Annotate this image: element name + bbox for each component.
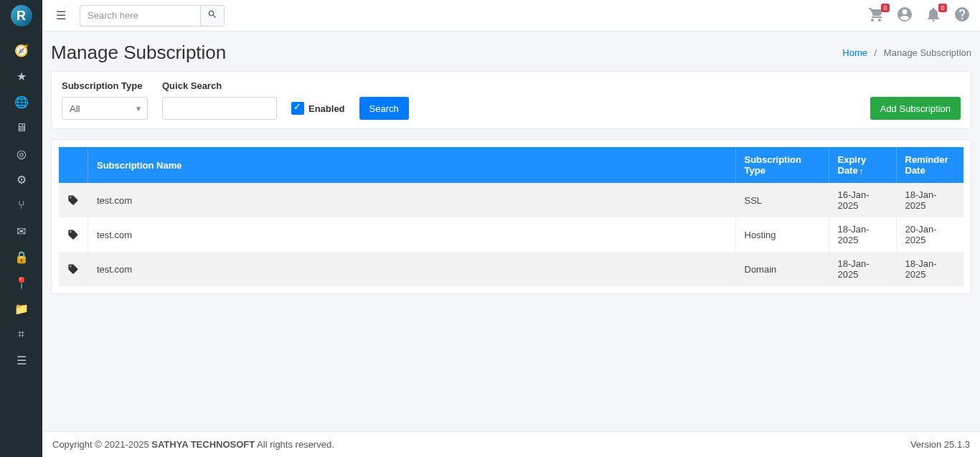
footer-copyright-prefix: Copyright © 2021-2025	[52, 439, 151, 450]
sidebar-item-settings[interactable]: ⚙	[0, 166, 42, 192]
row-reminder: 18-Jan-2025	[896, 183, 963, 217]
tag-icon	[59, 217, 88, 252]
sidebar-item-ssl[interactable]: 🔒	[0, 244, 42, 270]
sidebar-item-domains[interactable]: 🌐	[0, 89, 42, 115]
row-type: SSL	[735, 183, 829, 217]
app-logo[interactable]: R	[0, 0, 42, 32]
row-name: test.com	[88, 217, 736, 252]
enabled-label: Enabled	[308, 103, 345, 114]
gauge-icon: 🧭	[14, 44, 29, 57]
notifications-button[interactable]: 0	[924, 6, 943, 25]
breadcrumb-separator: /	[875, 47, 877, 58]
sort-asc-icon: ↑	[859, 166, 864, 175]
sidebar-item-location[interactable]: 📍	[0, 270, 42, 296]
subscription-type-label: Subscription Type	[62, 80, 148, 91]
global-search	[80, 5, 225, 27]
user-icon	[896, 6, 913, 25]
sidebar-item-favorites[interactable]: ★	[0, 63, 42, 89]
globe-icon: 🌐	[14, 95, 29, 109]
menu-toggle-button[interactable]: ☰	[51, 6, 71, 26]
subscriptions-table: Subscription Name Subscription Type Expi…	[59, 147, 963, 286]
row-expiry: 18-Jan-2025	[829, 252, 896, 286]
row-name: test.com	[88, 183, 736, 217]
col-expiry[interactable]: Expiry Date↑	[829, 147, 896, 183]
table-row[interactable]: test.comSSL16-Jan-202518-Jan-2025	[59, 183, 963, 217]
global-search-button[interactable]	[200, 5, 225, 27]
search-button[interactable]: Search	[359, 97, 409, 120]
row-type: Hosting	[735, 217, 829, 252]
star-icon: ★	[17, 70, 27, 83]
monitor-icon: 🖥	[16, 121, 27, 134]
page-title: Manage Subscription	[51, 42, 226, 64]
user-button[interactable]	[895, 6, 914, 25]
subscription-type-select[interactable]: All ▼	[62, 97, 148, 120]
bars-icon: ☰	[56, 9, 66, 22]
cart-button[interactable]: 0	[867, 6, 885, 25]
breadcrumb-current: Manage Subscription	[884, 47, 971, 58]
content-header: Manage Subscription Home / Manage Subscr…	[42, 32, 980, 71]
footer-version: Version 25.1.3	[910, 439, 970, 450]
row-expiry: 18-Jan-2025	[829, 217, 896, 252]
sidebar-item-files[interactable]: 📁	[0, 296, 42, 321]
quick-search-input[interactable]	[162, 97, 277, 120]
col-name[interactable]: Subscription Name	[88, 147, 736, 183]
chevron-down-icon: ▼	[135, 105, 142, 113]
sitemap-icon: ⌗	[18, 328, 24, 341]
row-type: Domain	[735, 252, 829, 286]
sidebar-item-network[interactable]: ⑂	[0, 192, 42, 218]
row-expiry: 16-Jan-2025	[829, 183, 896, 217]
sidebar-item-list[interactable]: ☰	[0, 347, 42, 373]
subscriptions-table-card: Subscription Name Subscription Type Expi…	[51, 139, 971, 294]
list-icon: ☰	[17, 354, 27, 367]
mail-icon: ✉	[17, 225, 26, 238]
row-reminder: 20-Jan-2025	[896, 217, 963, 252]
row-reminder: 18-Jan-2025	[896, 252, 963, 286]
lock-icon: 🔒	[14, 250, 29, 264]
help-icon	[953, 6, 971, 25]
global-search-input[interactable]	[80, 5, 200, 27]
footer-copyright-suffix: All rights reserved.	[255, 439, 334, 450]
enabled-checkbox[interactable]	[291, 102, 304, 115]
row-name: test.com	[88, 252, 736, 286]
notifications-badge: 0	[938, 4, 947, 12]
sidebar-nav: 🧭 ★ 🌐 🖥 ◎ ⚙ ⑂ ✉ 🔒 📍 📁 ⌗ ☰	[0, 32, 42, 373]
top-nav: ☰ 0	[42, 0, 980, 32]
table-row[interactable]: test.comHosting18-Jan-202520-Jan-2025	[59, 217, 963, 252]
search-icon	[207, 9, 217, 22]
col-tag	[59, 147, 88, 183]
add-subscription-button[interactable]: Add Subscription	[870, 97, 961, 120]
breadcrumb-home[interactable]: Home	[842, 47, 867, 58]
footer-brand: SATHYA TECHNOSOFT	[151, 439, 255, 450]
folder-icon: 📁	[14, 302, 29, 316]
branch-icon: ⑂	[18, 199, 25, 212]
tag-icon	[59, 183, 88, 217]
sidebar-item-mail[interactable]: ✉	[0, 218, 42, 244]
col-type[interactable]: Subscription Type	[735, 147, 829, 183]
filter-card: Subscription Type All ▼ Quick Search Ena…	[51, 71, 971, 129]
sidebar-item-services[interactable]: ◎	[0, 141, 42, 166]
sidebar-item-hosting[interactable]: 🖥	[0, 115, 42, 141]
sidebar-item-sitemap[interactable]: ⌗	[0, 321, 42, 347]
gear-icon: ⚙	[17, 173, 27, 187]
sidebar: R 🧭 ★ 🌐 🖥 ◎ ⚙ ⑂ ✉ 🔒 📍 📁 ⌗ ☰	[0, 0, 42, 457]
tag-icon	[59, 252, 88, 286]
pin-icon: 📍	[14, 276, 29, 290]
sidebar-item-dashboard[interactable]: 🧭	[0, 37, 42, 63]
cart-badge: 0	[881, 4, 890, 12]
breadcrumb: Home / Manage Subscription	[842, 47, 971, 58]
table-row[interactable]: test.comDomain18-Jan-202518-Jan-2025	[59, 252, 963, 286]
quick-search-label: Quick Search	[162, 80, 277, 91]
help-button[interactable]	[953, 6, 971, 25]
logo-text: R	[11, 5, 32, 27]
footer: Copyright © 2021-2025 SATHYA TECHNOSOFT …	[42, 431, 980, 457]
col-reminder[interactable]: Reminder Date	[896, 147, 963, 183]
compass-icon: ◎	[17, 147, 27, 161]
